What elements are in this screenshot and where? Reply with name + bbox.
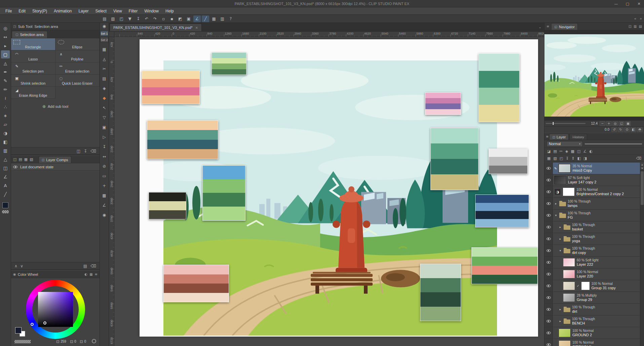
menu-item-select[interactable]: Select (92, 7, 110, 15)
expand-icon[interactable]: ↖ (100, 104, 108, 112)
line-correction-tool-icon[interactable]: ╱ (1, 190, 10, 198)
menu-item-help[interactable]: Help (162, 7, 177, 15)
merge-down-icon[interactable]: ↕ (571, 156, 574, 161)
snapshot-icon[interactable]: ▣ (100, 124, 108, 131)
comps-new-icon[interactable]: ▤ (83, 264, 87, 268)
mesh-icon[interactable]: ▩ (100, 192, 108, 199)
layer-row-group-31-copy[interactable]: ✓100 % NormalGroup 31 copy (544, 280, 640, 292)
text-tool-icon[interactable]: A (1, 181, 10, 189)
new-vector-layer-icon[interactable]: ▧ (553, 156, 557, 161)
layer-row-group-29[interactable]: 28 % MultiplyGroup 29 (544, 292, 640, 304)
stamp-icon[interactable]: ◈ (100, 85, 108, 92)
rotate-cw-icon[interactable]: ↻ (618, 127, 623, 132)
layer-visibility-toggle[interactable] (544, 198, 553, 209)
new-raster-layer-icon[interactable]: ▦ (547, 156, 551, 161)
layer-visibility-toggle[interactable] (544, 257, 553, 268)
frame-border-tool-icon[interactable]: ◫ (1, 164, 10, 172)
blend-mode-dropdown[interactable]: Normal ▾ (546, 141, 583, 147)
enable-mask-icon[interactable]: ◫ (577, 149, 580, 154)
slider-mode-icon[interactable]: ▦ (89, 272, 92, 276)
reselect-icon[interactable]: ▪ (168, 15, 176, 22)
layer-visibility-toggle[interactable] (544, 280, 553, 292)
help-icon[interactable]: ? (227, 15, 234, 22)
play-icon[interactable]: ▷ (100, 133, 108, 141)
layer-visibility-toggle[interactable] (544, 163, 553, 174)
menu-item-edit[interactable]: Edit (15, 7, 29, 15)
zoom-in-icon[interactable]: + (606, 121, 612, 126)
quick-set-2[interactable]: Set 2 (100, 37, 109, 43)
saturation-value-square[interactable] (38, 292, 73, 327)
transform-icon[interactable]: ↔ (100, 153, 108, 160)
zoom-tool-icon[interactable]: ◎ (1, 24, 10, 32)
subtool-rectangle[interactable]: Rectangle (11, 38, 55, 50)
layer-visibility-toggle[interactable] (544, 233, 553, 245)
folder-toggle-icon[interactable]: ▾ (559, 249, 562, 252)
create-mask-icon[interactable]: ◧ (577, 156, 581, 161)
folder-toggle-icon[interactable]: ▾ (554, 214, 558, 217)
menu-item-filter[interactable]: Filter (125, 7, 141, 15)
redo-icon[interactable]: ↷ (151, 15, 159, 22)
layer-list-scrollbar[interactable]: ▲ ▼ (640, 163, 644, 346)
angle-icon[interactable]: ∠ (100, 202, 108, 209)
move-tool-icon[interactable]: ↔ (1, 33, 10, 41)
navigator-thumbnail[interactable] (544, 30, 644, 120)
main-color-swatch[interactable] (15, 327, 22, 334)
folder-toggle-icon[interactable]: ▸ (554, 202, 558, 205)
comps-add-icon[interactable]: ▦ (24, 157, 28, 162)
deselect-icon[interactable]: ▫ (160, 15, 167, 22)
pencil-tool-icon[interactable]: ✏ (1, 85, 10, 93)
comps-down-icon[interactable]: ∨ (20, 264, 23, 268)
scrollbar-thumb[interactable] (641, 171, 644, 205)
flip-vertical-icon[interactable]: ▽ (100, 114, 108, 121)
tab-history[interactable]: History (569, 134, 587, 140)
minimize-icon[interactable]: — (614, 2, 618, 6)
folder-toggle-icon[interactable]: ▸ (559, 237, 562, 241)
layer-visibility-toggle[interactable] (544, 221, 553, 233)
airbrush-tool-icon[interactable]: ∴ (1, 103, 10, 111)
layer-visibility-toggle[interactable] (544, 292, 553, 303)
new-folder-icon[interactable]: ◰ (560, 156, 563, 161)
scissors-icon[interactable]: ✂ (100, 65, 108, 73)
clear-icon[interactable]: ⊘ (100, 163, 108, 170)
export-icon[interactable]: ↧ (135, 15, 142, 22)
reference-layer-icon[interactable]: ▤ (553, 149, 557, 154)
scroll-down-icon[interactable]: ▼ (640, 166, 644, 170)
folder-toggle-icon[interactable]: ▸ (559, 308, 562, 311)
layer-visibility-toggle[interactable] (544, 210, 553, 221)
ruler-tool-icon[interactable]: ∠ (1, 173, 10, 181)
tab-list-icon[interactable]: ⌄ (539, 25, 541, 29)
color-wheel[interactable] (26, 280, 85, 339)
foreground-color-swatch[interactable] (2, 202, 8, 208)
panel-menu-icon[interactable]: ≡ (95, 272, 98, 276)
layer-row-ground-2[interactable]: 100 % NormalGROUND 2 (544, 327, 640, 339)
grid-icon[interactable]: ▦ (100, 46, 108, 53)
layer-row-layer-147-copy-2[interactable]: 57 % Soft lightLayer 147 copy 2 (544, 174, 640, 186)
symmetry-icon[interactable]: ◬ (100, 55, 108, 63)
open-file-icon[interactable]: ◰ (118, 15, 125, 22)
actual-size-icon[interactable]: ▣ (625, 121, 631, 126)
collapse-left-dock-icon[interactable]: « (634, 16, 637, 21)
delete-subtool-icon[interactable]: ⌫ (90, 149, 96, 154)
menu-item-animation[interactable]: Animation (50, 7, 75, 15)
clipboard-icon[interactable]: ▤ (100, 75, 108, 82)
layer-row-dirt-copy[interactable]: ▾100 % Throughdirt copy (544, 245, 640, 257)
maximize-icon[interactable]: ▢ (625, 2, 630, 6)
snap-to-special-ruler-icon[interactable]: ╱ (202, 15, 209, 22)
zoom-slider[interactable] (546, 123, 585, 124)
tab-navigator[interactable]: ◱ Navigator (551, 23, 578, 30)
layer-color-icon[interactable]: ◐ (589, 149, 593, 154)
transparent-swatch[interactable] (14, 340, 31, 343)
reset-rotation-icon[interactable]: ⊙ (624, 127, 630, 132)
layer-visibility-toggle[interactable] (544, 327, 553, 339)
layer-visibility-toggle[interactable] (544, 315, 553, 327)
subtool-polyline[interactable]: ∧Polyline (55, 50, 100, 62)
menu-item-file[interactable]: File (2, 7, 15, 15)
layer-row-miso3-copy[interactable]: ✎35 % Normalmiso3 Copy (544, 163, 640, 174)
flip-vertical-icon[interactable]: ◓ (637, 127, 643, 132)
subtool-quick-lasso-eraser[interactable]: ◌Quick Lasso Eraser (55, 75, 100, 87)
apply-mask-icon[interactable]: ◨ (583, 156, 587, 161)
tab-layer-comps[interactable]: ◫ Layer Comps (39, 156, 71, 163)
copy-subtool-icon[interactable]: ◫ (77, 149, 80, 154)
tab-selection-area[interactable]: ▢ Selection area (12, 31, 47, 38)
layer-row-yoga[interactable]: ▸100 % Throughyoga (544, 233, 640, 245)
